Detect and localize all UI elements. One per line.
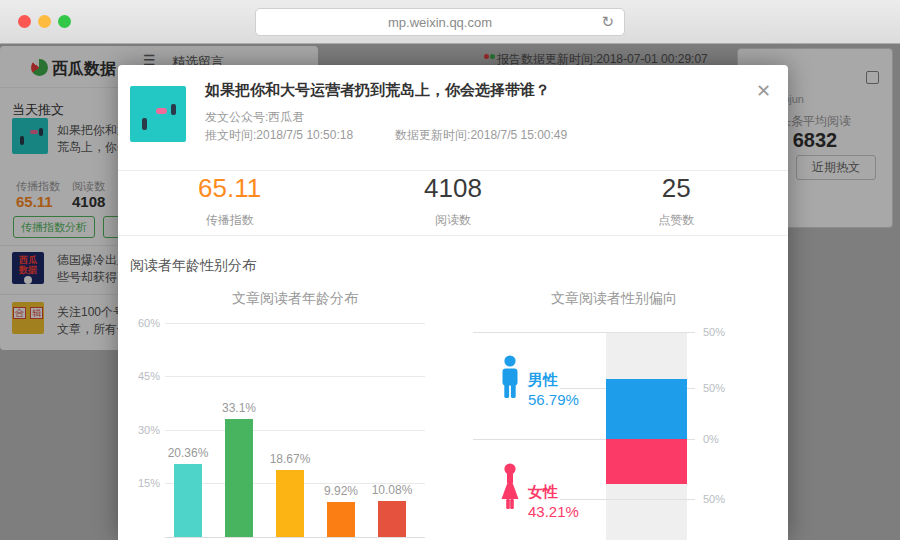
- age-axis-tick-label: 45%: [130, 370, 160, 382]
- gender-gridline: [473, 332, 695, 333]
- gender-axis-tick-label: 0%: [703, 433, 743, 445]
- age-bar: [225, 419, 253, 537]
- gender-axis-tick-label: 50%: [703, 326, 743, 338]
- divider: [118, 170, 788, 171]
- push-time: 推文时间:2018/7/5 10:50:18: [205, 127, 353, 144]
- stat-spread-index: 65.11 传播指数: [118, 173, 341, 229]
- male-bar: [606, 379, 687, 439]
- stats-row: 65.11 传播指数 4108 阅读数 25 点赞数: [118, 173, 788, 229]
- age-bar-value-label: 33.1%: [209, 401, 269, 415]
- divider: [118, 235, 788, 236]
- age-gridline: [165, 376, 425, 377]
- url-bar[interactable]: mp.weixin.qq.com ↻: [255, 8, 625, 36]
- age-bar: [378, 501, 406, 537]
- close-window-button[interactable]: [18, 15, 31, 28]
- stat-likes: 25 点赞数: [565, 173, 788, 229]
- modal-account-meta: 发文公众号:西瓜君: [205, 109, 304, 126]
- female-value: 43.21%: [528, 503, 579, 520]
- age-bar: [174, 464, 202, 537]
- gender-axis-tick-label: 50%: [703, 382, 743, 394]
- stat-reads: 4108 阅读数: [341, 173, 564, 229]
- close-icon[interactable]: ✕: [756, 82, 771, 100]
- zoom-window-button[interactable]: [58, 15, 71, 28]
- reload-icon[interactable]: ↻: [601, 13, 614, 31]
- gender-gridline: [560, 499, 695, 500]
- age-axis-tick-label: 60%: [130, 317, 160, 329]
- female-bar: [606, 439, 687, 484]
- age-bar: [276, 470, 304, 537]
- age-bar-value-label: 10.08%: [362, 483, 422, 497]
- age-axis-tick-label: 15%: [130, 477, 160, 489]
- modal-article-title: 如果把你和大号运营者扔到荒岛上，你会选择带谁？: [205, 81, 725, 100]
- url-text: mp.weixin.qq.com: [388, 15, 492, 30]
- age-axis-tick-label: 30%: [130, 424, 160, 436]
- minimize-window-button[interactable]: [38, 15, 51, 28]
- age-gridline: [165, 430, 425, 431]
- female-label: 女性: [528, 483, 558, 502]
- age-chart-plot: 60%45%30%15%20.36%33.1%18.67%9.92%10.08%: [130, 285, 450, 540]
- data-update-time: 数据更新时间:2018/7/5 15:00:49: [395, 127, 567, 144]
- section-title: 阅读者年龄性别分布: [130, 257, 256, 275]
- age-x-axis: [165, 537, 425, 538]
- age-distribution-chart: 文章阅读者年龄分布 60%45%30%15%20.36%33.1%18.67%9…: [130, 285, 450, 540]
- female-icon: [498, 463, 522, 517]
- article-detail-modal: 如果把你和大号运营者扔到荒岛上，你会选择带谁？ 发文公众号:西瓜君 推文时间:2…: [118, 65, 788, 540]
- male-icon: [498, 355, 522, 409]
- age-bar-value-label: 18.67%: [260, 452, 320, 466]
- gender-distribution-chart: 文章阅读者性别偏向 50%50%0%50% 男性 56.79% 女性 43.2: [473, 285, 783, 540]
- age-gridline: [165, 323, 425, 324]
- modal-time-meta: 推文时间:2018/7/5 10:50:18 数据更新时间:2018/7/5 1…: [205, 127, 567, 144]
- age-bar-value-label: 20.36%: [158, 446, 218, 460]
- browser-chrome: mp.weixin.qq.com ↻: [0, 0, 900, 44]
- article-thumbnail-large: [130, 86, 186, 142]
- age-bar: [327, 502, 355, 537]
- male-label: 男性: [528, 371, 558, 390]
- gender-axis-tick-label: 50%: [703, 493, 743, 505]
- male-value: 56.79%: [528, 391, 579, 408]
